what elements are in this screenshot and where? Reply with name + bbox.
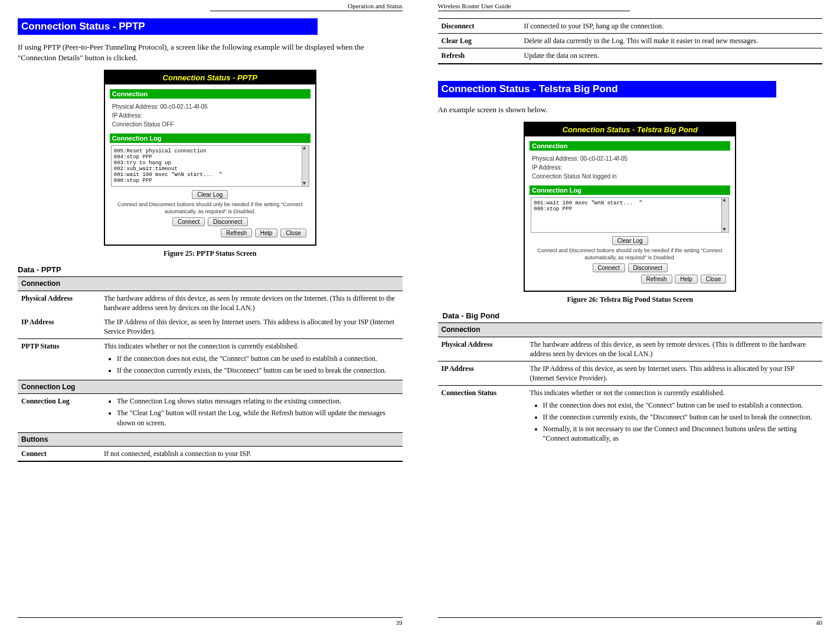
ss-section-connection: Connection bbox=[110, 89, 310, 99]
page-39: Operation and Status Connection Status -… bbox=[0, 0, 420, 632]
row-refresh-label: Refresh bbox=[438, 48, 521, 64]
row-conn-log-desc: The Connection Log shows status messages… bbox=[100, 394, 403, 433]
continued-buttons-table: Disconnect If connected to your ISP, han… bbox=[438, 18, 823, 64]
scrollbar-icon[interactable] bbox=[302, 146, 309, 186]
ss-phys-addr-bp: Physical Address: 00-c0-02-11-4f-05 bbox=[532, 154, 728, 163]
ss-conn-status: Connection Status OFF bbox=[112, 120, 308, 129]
row-pptp-status-label: PPTP Status bbox=[18, 339, 100, 380]
ss-log-text-bp: 001:wait 100 msec "WAN start... " 000:st… bbox=[534, 200, 642, 212]
pptp-bullet-2: If the connection currently exists, the … bbox=[117, 366, 399, 375]
screenshot-bigpond: Connection Status - Telstra Big Pond Con… bbox=[524, 122, 736, 292]
page-40: Wireless Router User Guide Disconnect If… bbox=[420, 0, 841, 632]
row-ip-address-label-bp: IP Address bbox=[438, 361, 527, 386]
clear-log-button[interactable]: Clear Log bbox=[192, 190, 228, 199]
section-connection: Connection bbox=[18, 277, 403, 291]
close-button-bp[interactable]: Close bbox=[701, 275, 727, 284]
row-conn-status-label-bp: Connection Status bbox=[438, 386, 527, 448]
close-button[interactable]: Close bbox=[280, 229, 306, 237]
figure-26-wrap: Connection Status - Telstra Big Pond Con… bbox=[438, 122, 823, 292]
intro-text-bigpond: An example screen is shown below. bbox=[438, 105, 823, 115]
section-title-pptp: Connection Status - PPTP bbox=[18, 18, 318, 35]
intro-text-pptp: If using PPTP (Peer-to-Peer Tunneling Pr… bbox=[18, 42, 403, 63]
pptp-status-intro: This indicates whether or not the connec… bbox=[104, 342, 299, 350]
row-physical-address-label-bp: Physical Address bbox=[438, 337, 527, 361]
row-connect-label: Connect bbox=[18, 446, 100, 461]
ss-note-bp: Connect and Disconnect buttons should on… bbox=[533, 247, 727, 261]
ss-phys-addr: Physical Address: 00-c0-02-11-4f-05 bbox=[112, 102, 308, 111]
disconnect-button[interactable]: Disconnect bbox=[208, 217, 247, 226]
row-refresh-desc: Update the data on screen. bbox=[521, 48, 823, 64]
row-conn-log-label: Connection Log bbox=[18, 394, 100, 433]
ss-log-text: 005:Reset physical connection 004:stop P… bbox=[114, 148, 223, 184]
ss-connection-info: Physical Address: 00-c0-02-11-4f-05 IP A… bbox=[110, 101, 310, 133]
ss-ip-addr-bp: IP Address: bbox=[532, 163, 728, 172]
row-physical-address-desc: The hardware address of this device, as … bbox=[100, 291, 403, 315]
help-button[interactable]: Help bbox=[255, 229, 278, 237]
page-header-right: Wireless Router User Guide bbox=[438, 2, 630, 11]
connect-button-bp[interactable]: Connect bbox=[593, 263, 625, 272]
section-buttons: Buttons bbox=[18, 432, 403, 446]
ss-connection-info-bp: Physical Address: 00-c0-02-11-4f-05 IP A… bbox=[530, 153, 730, 185]
refresh-button[interactable]: Refresh bbox=[221, 229, 252, 237]
conn-bullet-1-bp: If the connection does not exist, the "C… bbox=[543, 400, 819, 410]
row-ip-address-label: IP Address bbox=[18, 315, 100, 339]
row-disconnect-label: Disconnect bbox=[438, 19, 521, 34]
clear-log-button-bp[interactable]: Clear Log bbox=[612, 236, 648, 245]
row-ip-address-desc: The IP Address of this device, as seen b… bbox=[100, 315, 403, 339]
data-bigpond-heading: Data - Big Pond bbox=[443, 311, 823, 320]
help-button-bp[interactable]: Help bbox=[675, 275, 698, 284]
refresh-button-bp[interactable]: Refresh bbox=[641, 275, 672, 284]
row-physical-address-label: Physical Address bbox=[18, 291, 100, 315]
row-clearlog-desc: Delete all data currently in the Log. Th… bbox=[521, 34, 823, 48]
section-title-bigpond: Connection Status - Telstra Big Pond bbox=[438, 81, 776, 97]
section-connection-bp: Connection bbox=[438, 323, 823, 337]
ss-note: Connect and Disconnect buttons should on… bbox=[113, 201, 307, 215]
conn-log-bullet-1: The Connection Log shows status messages… bbox=[117, 396, 399, 406]
page-header-left: Operation and Status bbox=[210, 2, 403, 11]
row-pptp-status-desc: This indicates whether or not the connec… bbox=[100, 339, 403, 380]
conn-bullet-2-bp: If the connection currently exists, the … bbox=[543, 412, 819, 422]
data-bigpond-table: Connection Physical Address The hardware… bbox=[438, 322, 823, 448]
pptp-bullet-1: If the connection does not exist, the "C… bbox=[117, 354, 399, 363]
ss-section-log: Connection Log bbox=[110, 133, 310, 143]
row-clearlog-label: Clear Log bbox=[438, 34, 521, 48]
row-connect-desc: If not connected, establish a connection… bbox=[100, 446, 403, 461]
row-physical-address-desc-bp: The hardware address of this device, as … bbox=[527, 337, 823, 361]
conn-bullet-3-bp: Normally, it is not necessary to use the… bbox=[543, 424, 819, 443]
connect-button[interactable]: Connect bbox=[172, 217, 205, 226]
ss-ip-addr: IP Address: bbox=[112, 111, 308, 120]
data-pptp-table: Connection Physical Address The hardware… bbox=[18, 276, 403, 462]
page-number-40: 40 bbox=[438, 617, 823, 626]
conn-log-bullet-2: The "Clear Log" button will restart the … bbox=[117, 408, 399, 427]
figure-25-wrap: Connection Status - PPTP Connection Phys… bbox=[18, 70, 403, 246]
disconnect-button-bp[interactable]: Disconnect bbox=[628, 263, 668, 272]
ss-section-connection-bp: Connection bbox=[530, 141, 730, 151]
ss-conn-status-bp: Connection Status Not logged in bbox=[532, 172, 728, 181]
conn-status-intro-bp: This indicates whether or not the connec… bbox=[530, 389, 725, 397]
ss-section-log-bp: Connection Log bbox=[530, 185, 730, 195]
data-pptp-heading: Data - PPTP bbox=[18, 265, 403, 274]
row-conn-status-desc-bp: This indicates whether or not the connec… bbox=[527, 386, 823, 448]
row-ip-address-desc-bp: The IP Address of this device, as seen b… bbox=[527, 361, 823, 386]
ss-log-box[interactable]: 005:Reset physical connection 004:stop P… bbox=[111, 145, 309, 187]
section-connection-log: Connection Log bbox=[18, 380, 403, 393]
figure-26-caption: Figure 26: Telstra Big Pond Status Scree… bbox=[438, 295, 823, 304]
screenshot-pptp: Connection Status - PPTP Connection Phys… bbox=[104, 70, 316, 246]
ss-log-box-bp[interactable]: 001:wait 100 msec "WAN start... " 000:st… bbox=[531, 197, 729, 233]
row-disconnect-desc: If connected to your ISP, hang up the co… bbox=[521, 19, 823, 34]
screenshot-title-bp: Connection Status - Telstra Big Pond bbox=[525, 123, 735, 136]
figure-25-caption: Figure 25: PPTP Status Screen bbox=[18, 249, 403, 258]
screenshot-title: Connection Status - PPTP bbox=[105, 71, 315, 84]
page-number-39: 39 bbox=[18, 617, 403, 626]
scrollbar-icon-bp[interactable] bbox=[721, 198, 728, 232]
